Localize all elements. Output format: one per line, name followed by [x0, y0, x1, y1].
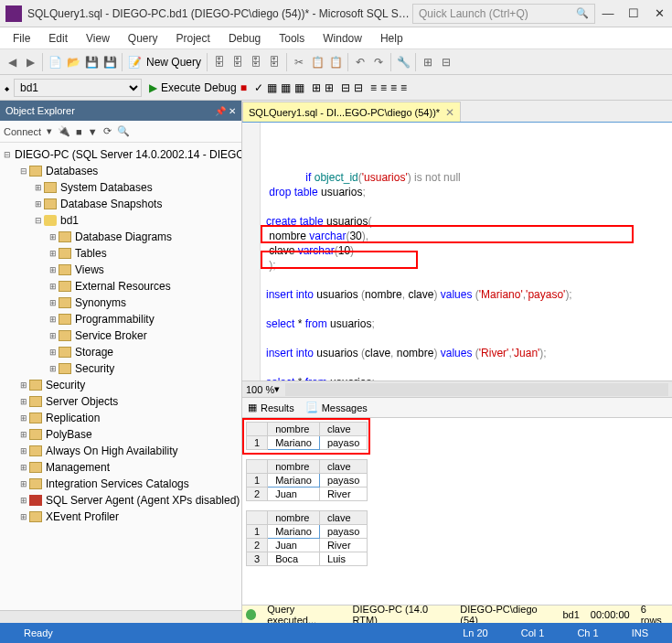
object-tree[interactable]: ⊟DIEGO-PC (SQL Server 14.0.2002.14 - DIE…: [0, 143, 241, 610]
expander-icon[interactable]: ⊟: [4, 150, 11, 159]
expander-icon[interactable]: ⊞: [18, 463, 29, 472]
tree-item[interactable]: ⊞Tables: [0, 245, 241, 262]
database-selector[interactable]: bd1: [14, 79, 142, 97]
db2-icon[interactable]: 🗄: [229, 54, 246, 70]
expander-icon[interactable]: ⊞: [48, 298, 59, 307]
grid2-icon[interactable]: ▦: [281, 81, 291, 94]
tree-item[interactable]: ⊟Databases: [0, 163, 241, 179]
expander-icon[interactable]: ⊞: [18, 512, 29, 521]
menu-debug[interactable]: Debug: [219, 32, 270, 45]
tree-item[interactable]: ⊞Always On High Availability: [0, 443, 241, 459]
refresh-icon[interactable]: ⟳: [103, 125, 112, 137]
expander-icon[interactable]: ⊞: [48, 265, 59, 274]
zoom-level[interactable]: 100 %: [246, 384, 274, 395]
tree-item[interactable]: ⊟DIEGO-PC (SQL Server 14.0.2002.14 - DIE…: [0, 146, 241, 163]
expander-icon[interactable]: ⊞: [33, 183, 44, 192]
tree-item[interactable]: ⊞External Resources: [0, 278, 241, 295]
tree-item[interactable]: ⊞Management: [0, 459, 241, 476]
menu-help[interactable]: Help: [371, 32, 412, 45]
connect-button[interactable]: Connect: [4, 126, 41, 137]
expander-icon[interactable]: ⊞: [48, 315, 59, 324]
stop-icon[interactable]: ■: [240, 81, 247, 94]
tree-item[interactable]: ⊞Integration Services Catalogs: [0, 476, 241, 492]
messages-tab[interactable]: 📃Messages: [305, 402, 368, 413]
debug-button[interactable]: Debug: [204, 81, 236, 94]
paste-icon[interactable]: 📋: [327, 54, 344, 70]
open-icon[interactable]: 📂: [65, 54, 81, 70]
tree-item[interactable]: ⊞Security: [0, 360, 241, 377]
tree-item[interactable]: ⊞Server Objects: [0, 393, 241, 410]
results-body[interactable]: nombreclave1Marianopayasonombreclave1Mar…: [242, 418, 672, 605]
menu-file[interactable]: File: [4, 32, 39, 45]
expander-icon[interactable]: ⊟: [33, 216, 44, 225]
minimize-button[interactable]: —: [595, 3, 621, 25]
tree-item[interactable]: ⊞Replication: [0, 410, 241, 426]
quick-launch-input[interactable]: Quick Launch (Ctrl+Q) 🔍: [412, 4, 595, 24]
indent-icon[interactable]: ≡: [370, 81, 377, 94]
expander-icon[interactable]: ⊞: [18, 446, 29, 455]
misc1-icon[interactable]: ⊞: [312, 81, 321, 94]
code-editor[interactable]: if object_id('usuarios') is not null dro…: [261, 123, 672, 380]
check-icon[interactable]: ✓: [254, 81, 263, 94]
new-icon[interactable]: 📄: [47, 54, 63, 70]
stop-icon[interactable]: ■: [76, 126, 82, 137]
expander-icon[interactable]: ⊟: [18, 166, 29, 176]
code-scrollbar-h[interactable]: [285, 383, 668, 396]
uncomment-icon[interactable]: ≡: [400, 81, 407, 94]
tree-item[interactable]: ⊞Service Broker: [0, 327, 241, 344]
results-grid[interactable]: nombreclave1Marianopayaso: [246, 422, 368, 450]
expander-icon[interactable]: ⊞: [48, 249, 59, 258]
expander-icon[interactable]: ⊞: [18, 380, 29, 390]
expander-icon[interactable]: ⊞: [48, 364, 59, 373]
zoom-dropdown-icon[interactable]: ▾: [274, 383, 280, 395]
forward-icon[interactable]: ▶: [22, 54, 38, 70]
db-icon[interactable]: 🗄: [211, 54, 228, 70]
grid1-icon[interactable]: ▦: [267, 81, 277, 94]
pin-icon[interactable]: 📌 ✕: [215, 106, 236, 116]
tree-item[interactable]: ⊞Storage: [0, 344, 241, 360]
menu-tools[interactable]: Tools: [270, 32, 314, 45]
execute-button[interactable]: Execute: [161, 81, 200, 94]
props-icon[interactable]: 🔧: [395, 54, 411, 70]
expander-icon[interactable]: ⊞: [33, 199, 44, 209]
disconnect-icon[interactable]: 🔌: [58, 125, 70, 137]
tree-item[interactable]: ⊞SQL Server Agent (Agent XPs disabled): [0, 492, 241, 509]
close-button[interactable]: ✕: [646, 3, 672, 25]
dropdown-icon[interactable]: ⬥: [4, 81, 10, 94]
expander-icon[interactable]: ⊞: [18, 413, 29, 423]
menu-edit[interactable]: Edit: [39, 32, 77, 45]
misc2-icon[interactable]: ⊞: [325, 81, 334, 94]
editor-tab[interactable]: SQLQuery1.sql - DI...EGO-PC\diego (54))*…: [242, 102, 461, 122]
execute-icon[interactable]: ▶: [149, 81, 157, 94]
results-grid[interactable]: nombreclave1Marianopayaso2JuanRiver: [246, 459, 368, 501]
tree-item[interactable]: ⊞System Databases: [0, 179, 241, 196]
tree-item[interactable]: ⊟bd1: [0, 212, 241, 229]
menu-view[interactable]: View: [77, 32, 119, 45]
expander-icon[interactable]: ⊞: [18, 496, 29, 505]
ext2-icon[interactable]: ⊟: [438, 54, 454, 70]
connect-dropdown-icon[interactable]: ▾: [47, 125, 52, 137]
redo-icon[interactable]: ↷: [370, 54, 387, 70]
tree-item[interactable]: ⊞Synonyms: [0, 295, 241, 311]
outdent-icon[interactable]: ≡: [380, 81, 387, 94]
cut-icon[interactable]: ✂: [291, 54, 307, 70]
misc3-icon[interactable]: ⊟: [341, 81, 350, 94]
expander-icon[interactable]: ⊞: [48, 348, 59, 357]
filter-icon[interactable]: ▼: [88, 126, 98, 137]
tree-item[interactable]: ⊞Security: [0, 377, 241, 393]
ext1-icon[interactable]: ⊞: [420, 54, 436, 70]
back-icon[interactable]: ◀: [4, 54, 20, 70]
menu-query[interactable]: Query: [119, 32, 167, 45]
scrollbar-h[interactable]: [0, 610, 241, 623]
copy-icon[interactable]: 📋: [309, 54, 325, 70]
save-icon[interactable]: 💾: [83, 54, 100, 70]
db3-icon[interactable]: 🗄: [248, 54, 264, 70]
tree-item[interactable]: ⊞Programmability: [0, 311, 241, 327]
new-query-icon[interactable]: 📝: [126, 54, 143, 70]
tree-item[interactable]: ⊞Views: [0, 262, 241, 278]
expander-icon[interactable]: ⊞: [18, 479, 29, 488]
save-all-icon[interactable]: 💾: [101, 54, 118, 70]
expander-icon[interactable]: ⊞: [48, 331, 59, 340]
search2-icon[interactable]: 🔍: [117, 125, 130, 137]
comment-icon[interactable]: ≡: [390, 81, 397, 94]
